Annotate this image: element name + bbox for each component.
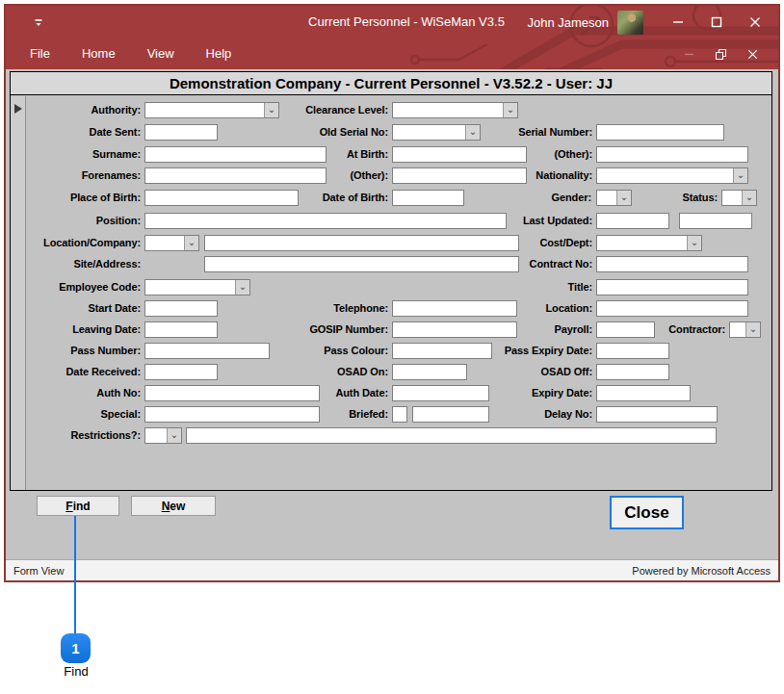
employee-code-label: Employee Code:	[0, 279, 141, 296]
last-updated-2-input[interactable]	[679, 213, 752, 229]
location-company-label: Location/Company:	[0, 235, 141, 251]
status-label: Status:	[544, 190, 718, 206]
status-dropdown-button[interactable]: ⌄	[742, 191, 756, 205]
date-of-birth-label: Date of Birth:	[215, 190, 388, 206]
place-of-birth-label: Place of Birth:	[0, 190, 141, 206]
clearance-level-dropdown-button[interactable]: ⌄	[503, 103, 517, 117]
auth-date-label: Auth Date:	[215, 385, 388, 401]
cost-dept-label: Cost/Dept:	[419, 235, 592, 251]
clearance-level-combobox[interactable]: ⌄	[392, 102, 518, 118]
serial-number-input[interactable]	[596, 124, 724, 141]
briefed-label: Briefed:	[215, 406, 388, 423]
contract-no-input[interactable]	[596, 256, 748, 272]
field-layer: Authority:⌄Clearance Level:⌄Date Sent:Ol…	[6, 6, 778, 580]
pass-colour-label: Pass Colour:	[215, 343, 388, 359]
surname-other-label: (Other):	[419, 146, 592, 163]
pass-expiry-date-input[interactable]	[596, 343, 669, 359]
at-birth-label: At Birth:	[215, 146, 388, 163]
callout-step-badge: 1	[61, 633, 91, 663]
date-received-input[interactable]	[144, 364, 218, 380]
cost-dept-dropdown-button[interactable]: ⌄	[687, 236, 701, 250]
delay-no-input[interactable]	[596, 406, 718, 423]
forenames-label: Forenames:	[0, 167, 141, 184]
date-received-label: Date Received:	[0, 364, 141, 380]
briefed-input[interactable]	[392, 406, 407, 423]
title-label: Title:	[419, 279, 592, 296]
forenames-other-label: (Other):	[215, 167, 388, 184]
nationality-combobox[interactable]: ⌄	[596, 167, 748, 184]
restrictions-combobox[interactable]: ⌄	[144, 427, 182, 444]
nationality-dropdown-button[interactable]: ⌄	[733, 168, 747, 183]
nationality-label: Nationality:	[419, 167, 592, 184]
contractor-dropdown-button[interactable]: ⌄	[745, 322, 760, 337]
expiry-date-label: Expiry Date:	[419, 385, 592, 401]
location-company-dropdown-button[interactable]: ⌄	[184, 236, 198, 250]
callout-connector-line	[74, 516, 76, 634]
location-label: Location:	[419, 300, 592, 317]
contractor-combobox[interactable]: ⌄	[729, 321, 761, 338]
gosip-number-label: GOSIP Number:	[215, 321, 388, 338]
old-serial-no-label: Old Serial No:	[215, 124, 388, 141]
clearance-level-label: Clearance Level:	[215, 102, 388, 118]
site-address-label: Site/Address:	[0, 256, 141, 272]
start-date-label: Start Date:	[0, 300, 141, 317]
last-updated-label: Last Updated:	[419, 213, 592, 229]
telephone-label: Telephone:	[215, 300, 388, 317]
restrictions-dropdown-button[interactable]: ⌄	[167, 428, 181, 443]
contractor-label: Contractor:	[552, 321, 725, 338]
last-updated-input[interactable]	[596, 213, 669, 229]
employee-code-dropdown-button[interactable]: ⌄	[235, 280, 249, 295]
location-input[interactable]	[596, 300, 748, 317]
pass-number-label: Pass Number:	[0, 343, 141, 359]
leaving-date-label: Leaving Date:	[0, 321, 141, 338]
employee-code-combobox[interactable]: ⌄	[144, 279, 250, 296]
osad-off-input[interactable]	[596, 364, 669, 380]
date-sent-label: Date Sent:	[0, 124, 141, 141]
status-combobox[interactable]: ⌄	[721, 190, 757, 206]
leaving-date-input[interactable]	[144, 321, 218, 338]
restrictions-label: Restrictions?:	[0, 427, 141, 444]
restrictions-text-input[interactable]	[186, 427, 717, 444]
delay-no-label: Delay No:	[419, 406, 592, 423]
authority-label: Authority:	[0, 102, 141, 118]
expiry-date-input[interactable]	[596, 385, 691, 401]
application-window: Current Personnel - WiSeMan V3.5 John Ja…	[4, 4, 780, 582]
surname-label: Surname:	[0, 146, 141, 163]
contract-no-label: Contract No:	[419, 256, 592, 272]
surname-other-input[interactable]	[596, 146, 748, 163]
serial-number-label: Serial Number:	[419, 124, 592, 141]
cost-dept-combobox[interactable]: ⌄	[596, 235, 702, 251]
pass-expiry-date-label: Pass Expiry Date:	[419, 343, 592, 359]
start-date-input[interactable]	[144, 300, 218, 317]
position-label: Position:	[0, 213, 141, 229]
special-label: Special:	[0, 406, 141, 423]
osad-on-label: OSAD On:	[215, 364, 388, 380]
date-sent-input[interactable]	[144, 124, 218, 141]
osad-off-label: OSAD Off:	[419, 364, 592, 380]
title-input[interactable]	[596, 279, 748, 296]
location-company-combobox[interactable]: ⌄	[144, 235, 199, 251]
auth-no-label: Auth No:	[0, 385, 141, 401]
callout-label: Find	[47, 664, 105, 679]
